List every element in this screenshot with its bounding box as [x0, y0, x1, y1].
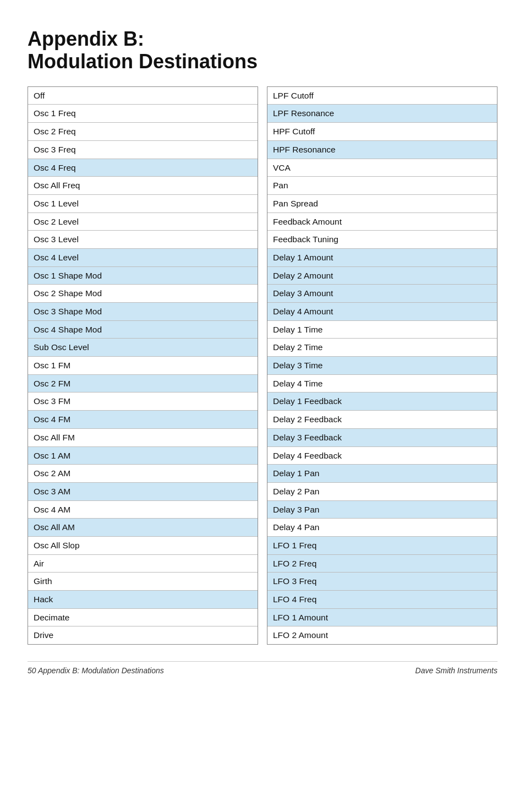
- list-item: Girth: [28, 573, 258, 591]
- list-item: Pan: [267, 177, 497, 195]
- list-item: Air: [28, 555, 258, 573]
- list-item: Osc 2 AM: [28, 465, 258, 483]
- list-item: Decimate: [28, 609, 258, 627]
- list-item: Delay 3 Pan: [267, 501, 497, 519]
- list-item: Delay 4 Time: [267, 375, 497, 393]
- list-item: Delay 3 Feedback: [267, 429, 497, 447]
- list-item: Off: [28, 87, 258, 105]
- list-item: HPF Cutoff: [267, 123, 497, 141]
- list-item: Delay 4 Amount: [267, 303, 497, 321]
- list-item: Delay 4 Pan: [267, 519, 497, 537]
- list-item: Osc 3 Shape Mod: [28, 303, 258, 321]
- list-item: Delay 1 Feedback: [267, 393, 497, 411]
- list-item: Osc All Slop: [28, 537, 258, 555]
- list-item: Osc All FM: [28, 429, 258, 447]
- list-item: Osc All Freq: [28, 177, 258, 195]
- list-item: Osc 2 Freq: [28, 123, 258, 141]
- list-item: Osc 2 Level: [28, 213, 258, 231]
- list-item: LPF Resonance: [267, 105, 497, 123]
- list-item: LPF Cutoff: [267, 87, 497, 105]
- list-item: Delay 1 Amount: [267, 249, 497, 267]
- list-item: Sub Osc Level: [28, 339, 258, 357]
- right-column: LPF CutoffLPF ResonanceHPF CutoffHPF Res…: [267, 86, 497, 645]
- list-item: Osc 2 Shape Mod: [28, 285, 258, 303]
- list-item: Osc 1 FM: [28, 357, 258, 375]
- list-item: Osc 3 FM: [28, 393, 258, 411]
- list-item: Osc All AM: [28, 519, 258, 537]
- list-item: Osc 3 Level: [28, 231, 258, 249]
- list-item: Feedback Amount: [267, 213, 497, 231]
- list-item: Osc 4 Freq: [28, 159, 258, 177]
- list-item: HPF Resonance: [267, 141, 497, 159]
- footer-right: Dave Smith Instruments: [415, 666, 497, 675]
- list-item: VCA: [267, 159, 497, 177]
- list-item: LFO 2 Amount: [267, 626, 497, 644]
- list-item: Delay 1 Time: [267, 321, 497, 339]
- list-item: Delay 2 Pan: [267, 483, 497, 501]
- list-item: LFO 1 Freq: [267, 537, 497, 555]
- list-item: Osc 3 Freq: [28, 141, 258, 159]
- list-item: Osc 4 FM: [28, 411, 258, 429]
- list-item: Osc 4 Level: [28, 249, 258, 267]
- list-item: Osc 1 Shape Mod: [28, 267, 258, 285]
- modulation-table: OffOsc 1 FreqOsc 2 FreqOsc 3 FreqOsc 4 F…: [28, 86, 497, 645]
- list-item: Delay 3 Amount: [267, 285, 497, 303]
- footer-left: 50 Appendix B: Modulation Destinations: [28, 666, 164, 675]
- left-column: OffOsc 1 FreqOsc 2 FreqOsc 3 FreqOsc 4 F…: [28, 86, 258, 645]
- list-item: Drive: [28, 626, 258, 644]
- list-item: Delay 2 Feedback: [267, 411, 497, 429]
- list-item: Delay 3 Time: [267, 357, 497, 375]
- list-item: Pan Spread: [267, 195, 497, 213]
- list-item: Osc 1 AM: [28, 447, 258, 465]
- list-item: LFO 4 Freq: [267, 591, 497, 609]
- list-item: LFO 3 Freq: [267, 573, 497, 591]
- list-item: Delay 2 Time: [267, 339, 497, 357]
- list-item: Osc 1 Freq: [28, 105, 258, 123]
- list-item: LFO 2 Freq: [267, 555, 497, 573]
- page-title: Appendix B: Modulation Destinations: [28, 28, 497, 73]
- page-footer: 50 Appendix B: Modulation Destinations D…: [28, 661, 497, 675]
- list-item: Osc 1 Level: [28, 195, 258, 213]
- list-item: Delay 1 Pan: [267, 465, 497, 483]
- list-item: Delay 4 Feedback: [267, 447, 497, 465]
- list-item: Delay 2 Amount: [267, 267, 497, 285]
- list-item: Osc 4 AM: [28, 501, 258, 519]
- list-item: Osc 3 AM: [28, 483, 258, 501]
- list-item: Osc 4 Shape Mod: [28, 321, 258, 339]
- list-item: Feedback Tuning: [267, 231, 497, 249]
- list-item: Osc 2 FM: [28, 375, 258, 393]
- list-item: Hack: [28, 591, 258, 609]
- list-item: LFO 1 Amount: [267, 609, 497, 627]
